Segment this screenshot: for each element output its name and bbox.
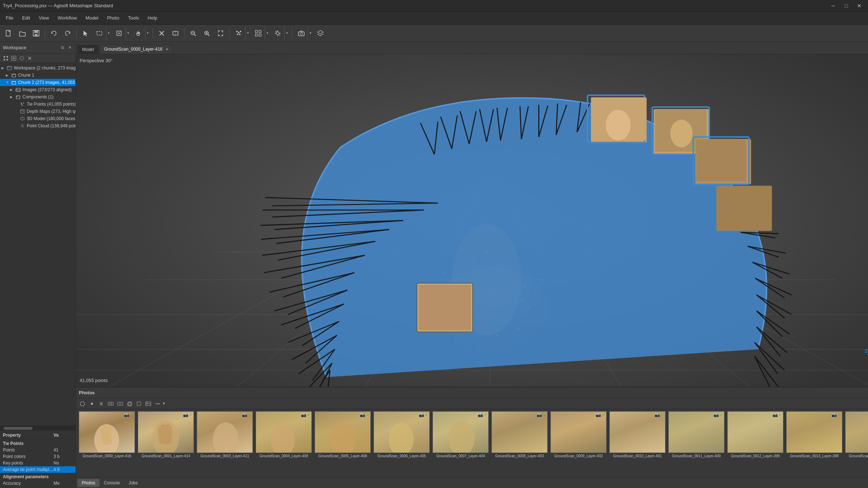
photo-item-13[interactable]: 📷 ✓ GroundScan_0014_Layer-397 [845, 411, 868, 475]
viewport[interactable]: Perspective 30° 41,055 points X Y [76, 54, 868, 387]
light-dropdown[interactable]: ▼ [271, 26, 290, 40]
ws-x-btn[interactable] [26, 55, 33, 62]
close-button[interactable]: ✕ [854, 2, 865, 9]
camera-dropdown[interactable]: ▼ [294, 26, 313, 40]
photo-item-4[interactable]: 📷 ✓ GroundScan_0005_Layer-408 [315, 411, 371, 475]
photos-circle-btn[interactable] [78, 399, 87, 408]
sidebar-scrollbar-thumb[interactable] [4, 427, 33, 430]
hand-button[interactable] [132, 27, 145, 40]
points-view-button[interactable] [232, 27, 245, 40]
photo-item-2[interactable]: 📷 ✓ GroundScan_0003_Layer-411 [197, 411, 253, 475]
photos-tab-photos[interactable]: Photos [77, 479, 99, 487]
chunk-2-item[interactable]: ▼ Chunk 2 (273 images, 41,055 ti [0, 79, 76, 86]
photo-item-7[interactable]: 📷 ✓ GroundScan_0008_Layer-403 [492, 411, 548, 475]
camera-button[interactable] [295, 27, 308, 40]
photo-item-6[interactable]: 📷 ✓ GroundScan_0007_Layer-404 [433, 411, 489, 475]
select-button[interactable] [79, 27, 92, 40]
photo-item-3[interactable]: 📷 ✓ GroundScan_0004_Layer-409 [256, 411, 312, 475]
layers-button[interactable] [314, 27, 327, 40]
tab-model[interactable]: Model [77, 45, 99, 54]
workspace-close-icon[interactable]: ✕ [67, 45, 73, 51]
photo-item-9[interactable]: 📷 ✓ GroundScan_0010_Layer-401 [609, 411, 665, 475]
points-view-dropdown[interactable]: ▼ [232, 26, 251, 40]
menu-workflow[interactable]: Workflow [53, 14, 81, 22]
photos-more-btn[interactable] [153, 399, 162, 408]
menu-help[interactable]: Help [143, 14, 162, 22]
svg-point-58 [21, 104, 22, 105]
zoom-in-button[interactable] [200, 27, 213, 40]
open-button[interactable] [16, 27, 29, 40]
photo-item-5[interactable]: 📷 ✓ GroundScan_0006_Layer-405 [374, 411, 430, 475]
grid-view-dropdown[interactable]: ▼ [251, 26, 270, 40]
menu-tools[interactable]: Tools [124, 14, 143, 22]
redo-button[interactable] [61, 27, 74, 40]
depth-maps-item[interactable]: ▶ Depth Maps (273, High quali [0, 108, 76, 115]
photo-4-cam-icon: 📷 [360, 412, 365, 417]
menu-model[interactable]: Model [81, 14, 103, 22]
photos-image-btn[interactable] [144, 399, 153, 408]
photos-square-btn[interactable] [135, 399, 143, 408]
photos-grid1-btn[interactable] [106, 399, 115, 408]
tab-groundscan[interactable]: GroundScan_0000_Layer-416 ✕ [99, 44, 173, 54]
images-item[interactable]: ▶ Images (273/273 aligned) [0, 86, 76, 93]
ws-add-btn[interactable] [10, 55, 17, 62]
transform-arrow[interactable]: ▼ [125, 27, 131, 40]
undo-button[interactable] [47, 27, 60, 40]
photo-item-12[interactable]: 📷 ✓ GroundScan_0013_Layer-398 [786, 411, 842, 475]
minimize-button[interactable]: ─ [827, 2, 839, 9]
photos-dropdown-btn[interactable]: ▼ [153, 399, 166, 408]
menu-edit[interactable]: Edit [18, 14, 34, 22]
components-item[interactable]: ▶ Components (1) [0, 93, 76, 101]
menu-view[interactable]: View [34, 14, 53, 22]
tab-groundscan-close[interactable]: ✕ [165, 47, 169, 52]
maximize-button[interactable]: □ [841, 2, 852, 9]
points-view-arrow[interactable]: ▼ [245, 27, 250, 40]
photos-tab-jobs[interactable]: Jobs [124, 479, 142, 487]
photo-item-1[interactable]: 📷 ✓ GroundScan_0001_Layer-414 [138, 411, 194, 475]
point-cloud-item[interactable]: ▶ Point Cloud (138,949 points, [0, 122, 76, 130]
chunk-1-item[interactable]: ▶ Chunk 1 [0, 72, 76, 79]
new-button[interactable] [2, 27, 15, 40]
workspace-icon [7, 65, 12, 71]
cancel-button[interactable] [155, 27, 168, 40]
grid-view-arrow[interactable]: ▼ [265, 27, 270, 40]
hand-dropdown[interactable]: ▼ [132, 26, 150, 40]
transform-button[interactable] [112, 27, 125, 40]
camera-arrow[interactable]: ▼ [308, 27, 313, 40]
hand-arrow[interactable]: ▼ [145, 27, 150, 40]
photos-x-btn[interactable] [97, 399, 106, 408]
grid-view-button[interactable] [252, 27, 265, 40]
ws-circle-btn[interactable] [18, 55, 25, 62]
workspace-root[interactable]: ▶ Workspace (2 chunks, 273 images) [0, 64, 76, 72]
photo-item-10[interactable]: 📷 ✓ GroundScan_0011_Layer-400 [668, 411, 724, 475]
transform-dropdown[interactable]: ▼ [112, 26, 131, 40]
workspace-pin-icon[interactable]: ⧉ [60, 45, 65, 51]
ws-grid-btn[interactable] [2, 55, 9, 62]
photo-item-0[interactable]: 📷 ✓ GroundScan_0000_Layer-416 [79, 411, 135, 475]
zoom-out-button[interactable] [187, 27, 200, 40]
photos-dot-btn[interactable] [88, 399, 96, 408]
model-3d-item[interactable]: ▶ 3D Model (180,000 faces, Hig [0, 115, 76, 122]
rectangle-select-button[interactable] [93, 27, 106, 40]
tie-points-item[interactable]: ▶ Tie Points (41,055 points) [0, 101, 76, 108]
fit-view-button[interactable] [214, 27, 227, 40]
props-accuracy-val: Me [54, 481, 60, 486]
sidebar-horizontal-scrollbar[interactable] [0, 426, 76, 430]
photo-item-11[interactable]: 📷 ✓ GroundScan_0012_Layer-399 [727, 411, 783, 475]
light-button[interactable] [271, 27, 284, 40]
photos-arrow-btn[interactable]: ▼ [162, 402, 166, 406]
photos-tab-console[interactable]: Console [99, 479, 124, 487]
rectangle-select-dropdown[interactable]: ▼ [93, 26, 111, 40]
photos-grid2-btn[interactable] [116, 399, 124, 408]
photos-copy-btn[interactable] [125, 399, 134, 408]
menu-file[interactable]: File [1, 14, 18, 22]
menu-photo[interactable]: Photo [103, 14, 124, 22]
region-button[interactable] [169, 27, 182, 40]
props-avg-multiplicity-row: Average tie point multiplicity 4.9 [0, 466, 76, 473]
photo-item-8[interactable]: 📷 ✓ GroundScan_0009_Layer-402 [550, 411, 607, 475]
save-button[interactable] [30, 27, 43, 40]
viewport-perspective-label: Perspective 30° [80, 58, 112, 63]
light-arrow[interactable]: ▼ [284, 27, 289, 40]
rectangle-select-arrow[interactable]: ▼ [106, 27, 111, 40]
chunk-1-icon [11, 72, 17, 78]
